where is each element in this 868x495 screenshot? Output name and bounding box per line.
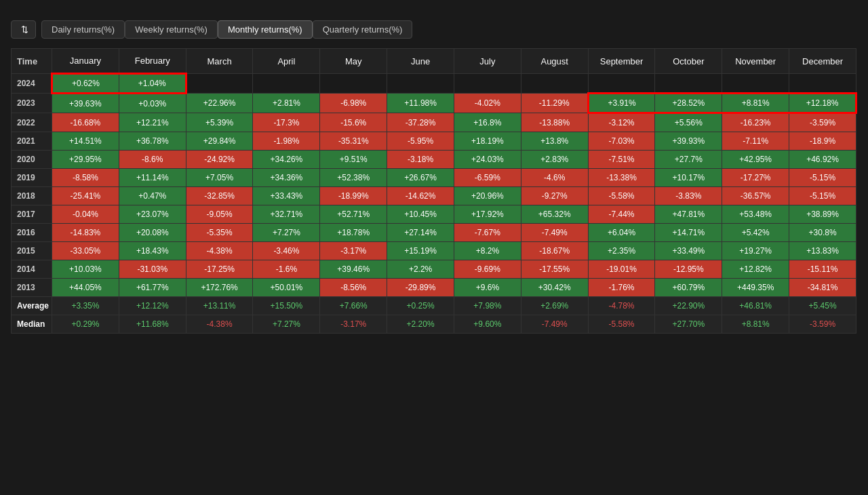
cell-february-2018: +0.47% <box>119 187 186 205</box>
cell-september-2017: -7.44% <box>588 205 655 224</box>
tab-weekly-returns(%)[interactable]: Weekly returns(%) <box>125 20 218 39</box>
year-label: 2023 <box>12 94 52 113</box>
header-march: March <box>186 49 253 74</box>
cell-september-2016: +6.04% <box>588 224 655 242</box>
cell-february-2017: +23.07% <box>119 205 186 224</box>
cell-september-2021: -7.03% <box>588 132 655 151</box>
cell-march-2016: -5.35% <box>186 224 253 242</box>
median-cell-august: -7.49% <box>521 315 588 334</box>
cell-july-2022: +16.8% <box>454 113 521 132</box>
header-time: Time <box>12 49 52 74</box>
cell-july-2013: +9.6% <box>454 279 521 297</box>
avg-cell-october: +22.90% <box>655 297 722 315</box>
returns-table: TimeJanuaryFebruaryMarchAprilMayJuneJuly… <box>11 48 857 334</box>
cell-february-2023: +0.03% <box>119 94 186 113</box>
cell-august-2014: -17.55% <box>521 260 588 279</box>
cell-june-2022: -37.28% <box>387 113 454 132</box>
avg-cell-november: +46.81% <box>722 297 789 315</box>
year-label: 2024 <box>12 74 52 94</box>
tab-group: Daily returns(%)Weekly returns(%)Monthly… <box>41 20 412 39</box>
cell-april-2019: +34.36% <box>253 169 320 187</box>
cell-may-2018: -18.99% <box>320 187 387 205</box>
returns-table-wrapper: TimeJanuaryFebruaryMarchAprilMayJuneJuly… <box>11 48 857 334</box>
cell-october-2021: +39.93% <box>655 132 722 151</box>
cell-march-2023: +22.96% <box>186 94 253 113</box>
cell-august-2022: -13.88% <box>521 113 588 132</box>
cell-december-2014: -15.11% <box>789 260 856 279</box>
cell-october-2014: -12.95% <box>655 260 722 279</box>
header-december: December <box>789 49 856 74</box>
cell-march-2024 <box>186 74 253 94</box>
cell-may-2013: -8.56% <box>320 279 387 297</box>
cell-october-2013: +60.79% <box>655 279 722 297</box>
header-january: January <box>52 49 119 74</box>
year-label: 2013 <box>12 279 52 297</box>
cell-april-2015: -3.46% <box>253 242 320 260</box>
median-cell-september: -5.58% <box>588 315 655 334</box>
avg-cell-april: +15.50% <box>253 297 320 315</box>
cell-june-2024 <box>387 74 454 94</box>
year-label: 2022 <box>12 113 52 132</box>
cell-january-2024: +0.62% <box>52 74 119 94</box>
cell-january-2016: -14.83% <box>52 224 119 242</box>
table-row: 2023+39.63%+0.03%+22.96%+2.81%-6.98%+11.… <box>12 94 856 113</box>
table-row: 2021+14.51%+36.78%+29.84%-1.98%-35.31%-5… <box>12 132 856 151</box>
cell-april-2014: -1.6% <box>253 260 320 279</box>
header-february: February <box>119 49 186 74</box>
cell-march-2013: +172.76% <box>186 279 253 297</box>
cell-august-2021: +13.8% <box>521 132 588 151</box>
average-row: Average+3.35%+12.12%+13.11%+15.50%+7.66%… <box>12 297 856 315</box>
cell-august-2024 <box>521 74 588 94</box>
tab-monthly-returns(%)[interactable]: Monthly returns(%) <box>218 20 313 39</box>
cell-march-2020: -24.92% <box>186 151 253 169</box>
cell-april-2022: -17.3% <box>253 113 320 132</box>
cell-november-2013: +449.35% <box>722 279 789 297</box>
cell-december-2021: -18.9% <box>789 132 856 151</box>
cell-february-2021: +36.78% <box>119 132 186 151</box>
cell-june-2015: +15.19% <box>387 242 454 260</box>
cell-july-2019: -6.59% <box>454 169 521 187</box>
cell-october-2020: +27.7% <box>655 151 722 169</box>
tab-daily-returns(%)[interactable]: Daily returns(%) <box>41 20 125 39</box>
cell-november-2015: +19.27% <box>722 242 789 260</box>
cell-september-2013: -1.76% <box>588 279 655 297</box>
cell-june-2023: +11.98% <box>387 94 454 113</box>
cell-march-2021: +29.84% <box>186 132 253 151</box>
cell-december-2013: -34.81% <box>789 279 856 297</box>
cell-april-2016: +7.27% <box>253 224 320 242</box>
cell-may-2020: +9.51% <box>320 151 387 169</box>
cell-march-2018: -32.85% <box>186 187 253 205</box>
tab-quarterly-returns(%)[interactable]: Quarterly returns(%) <box>313 20 413 39</box>
cell-june-2013: -29.89% <box>387 279 454 297</box>
table-row: 2020+29.95%-8.6%-24.92%+34.26%+9.51%-3.1… <box>12 151 856 169</box>
cell-february-2013: +61.77% <box>119 279 186 297</box>
header-july: July <box>454 49 521 74</box>
cell-february-2016: +20.08% <box>119 224 186 242</box>
cell-july-2014: -9.69% <box>454 260 521 279</box>
year-label: 2020 <box>12 151 52 169</box>
cell-october-2018: -3.83% <box>655 187 722 205</box>
avg-cell-may: +7.66% <box>320 297 387 315</box>
cell-september-2020: -7.51% <box>588 151 655 169</box>
avg-cell-december: +5.45% <box>789 297 856 315</box>
header-september: September <box>588 49 655 74</box>
average-label: Average <box>12 297 52 315</box>
cell-july-2017: +17.92% <box>454 205 521 224</box>
cell-october-2022: +5.56% <box>655 113 722 132</box>
cell-august-2023: -11.29% <box>521 94 588 113</box>
cell-april-2024 <box>253 74 320 94</box>
table-row: 2015-33.05%+18.43%-4.38%-3.46%-3.17%+15.… <box>12 242 856 260</box>
year-label: 2017 <box>12 205 52 224</box>
table-row: 2024+0.62%+1.04% <box>12 74 856 94</box>
table-row: 2017-0.04%+23.07%-9.05%+32.71%+52.71%+10… <box>12 205 856 224</box>
table-row: 2019-8.58%+11.14%+7.05%+34.36%+52.38%+26… <box>12 169 856 187</box>
cell-august-2020: +2.83% <box>521 151 588 169</box>
cell-may-2016: +18.78% <box>320 224 387 242</box>
avg-cell-january: +3.35% <box>52 297 119 315</box>
cell-june-2019: +26.67% <box>387 169 454 187</box>
cell-december-2022: -3.59% <box>789 113 856 132</box>
median-cell-october: +27.70% <box>655 315 722 334</box>
cell-july-2023: -4.02% <box>454 94 521 113</box>
asset-selector[interactable]: ⇅ <box>11 20 36 39</box>
cell-july-2018: +20.96% <box>454 187 521 205</box>
